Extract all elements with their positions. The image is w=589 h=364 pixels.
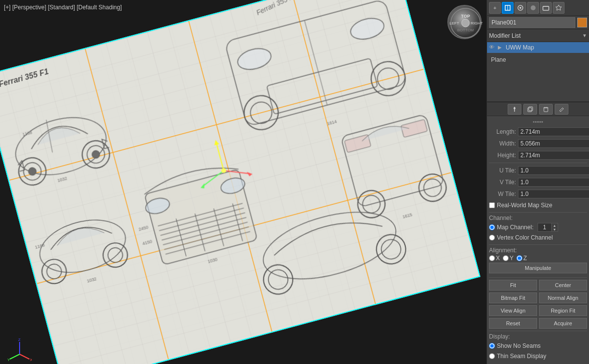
svg-point-88 bbox=[519, 7, 521, 9]
svg-line-79 bbox=[20, 354, 29, 359]
drag-handle: ▪▪▪▪▪▪ bbox=[489, 119, 587, 124]
height-spinner[interactable]: ▲ ▼ bbox=[518, 151, 589, 160]
svg-rect-94 bbox=[528, 108, 532, 112]
length-spinner[interactable]: ▲ ▼ bbox=[518, 127, 589, 136]
vtile-input[interactable] bbox=[518, 178, 589, 187]
svg-rect-96 bbox=[544, 108, 548, 112]
modifier-eye-icon[interactable]: 👁 bbox=[489, 44, 496, 51]
right-panel: + Modifier List ▼ 👁 ▶ UWW Map bbox=[487, 0, 589, 364]
realworld-checkbox[interactable] bbox=[489, 202, 495, 208]
vtile-spinner[interactable]: ▲ ▼ bbox=[518, 178, 589, 187]
height-label: Height: bbox=[489, 152, 516, 159]
viewport[interactable]: [+] [Perspective] [Standard] [Default Sh… bbox=[0, 0, 487, 364]
viewalign-btn[interactable]: View Align bbox=[489, 305, 537, 316]
divider-3 bbox=[489, 244, 587, 245]
mod-copy-btn[interactable] bbox=[523, 104, 537, 115]
reset-acquire-row: Reset Acquire bbox=[489, 318, 587, 329]
x-label[interactable]: X bbox=[496, 255, 500, 262]
alignment-section-label: Alignment: bbox=[489, 247, 587, 254]
modifier-history: Plane bbox=[487, 53, 589, 102]
svg-text:LEFT: LEFT bbox=[449, 21, 459, 25]
y-radio[interactable] bbox=[503, 255, 509, 261]
wtile-spinner[interactable]: ▲ ▼ bbox=[518, 190, 589, 198]
manipulate-btn[interactable]: Manipulate bbox=[489, 263, 587, 273]
svg-text:Z: Z bbox=[18, 338, 21, 342]
shownoseams-row: Show No Seams bbox=[489, 341, 587, 351]
fit-btn[interactable]: Fit bbox=[489, 280, 537, 291]
modifier-list-arrow[interactable]: ▼ bbox=[582, 33, 587, 38]
mod-pin-btn[interactable] bbox=[508, 104, 521, 115]
wtile-row: W Tile: ▲ ▼ Flip bbox=[489, 189, 587, 199]
vertexchannel-radio[interactable] bbox=[489, 235, 495, 241]
modifier-label-uwwmap: UWW Map bbox=[506, 44, 587, 51]
vertexchannel-label[interactable]: Vertex Color Channel bbox=[497, 234, 553, 241]
utile-input[interactable] bbox=[518, 166, 589, 175]
thinseam-row: Thin Seam Display bbox=[489, 351, 587, 361]
mapchannel-up-arrow[interactable]: ▲ bbox=[552, 223, 558, 227]
properties-panel: ▪▪▪▪▪▪ Length: ▲ ▼ Width: ▲ ▼ bbox=[487, 116, 589, 364]
utile-label: U Tile: bbox=[489, 167, 516, 174]
wtile-input[interactable] bbox=[518, 190, 589, 198]
acquire-btn[interactable]: Acquire bbox=[539, 318, 587, 329]
shownoseams-radio[interactable] bbox=[489, 343, 495, 349]
wtile-label: W Tile: bbox=[489, 191, 516, 197]
axes-gizmo: X Y Z bbox=[7, 337, 27, 357]
height-row: Height: ▲ ▼ bbox=[489, 150, 587, 161]
width-input[interactable] bbox=[518, 139, 589, 148]
height-input[interactable] bbox=[518, 151, 589, 160]
realworld-row: Real-World Map Size bbox=[489, 200, 587, 210]
width-spinner[interactable]: ▲ ▼ bbox=[518, 139, 589, 148]
thinseam-radio[interactable] bbox=[489, 353, 495, 359]
nav-gizmo[interactable]: TOP BOTTOM LEFT RIGHT bbox=[447, 5, 482, 39]
svg-point-89 bbox=[531, 5, 536, 10]
mod-delete-btn[interactable] bbox=[539, 104, 553, 115]
length-row: Length: ▲ ▼ bbox=[489, 126, 587, 137]
divider-2 bbox=[489, 212, 587, 213]
thinseam-label[interactable]: Thin Seam Display bbox=[497, 353, 546, 360]
z-radio[interactable] bbox=[516, 255, 522, 261]
utile-spinner[interactable]: ▲ ▼ bbox=[518, 166, 589, 175]
length-label: Length: bbox=[489, 128, 516, 135]
x-radio[interactable] bbox=[489, 255, 495, 261]
toolbar-display-btn[interactable] bbox=[540, 2, 552, 14]
display-section: Display: Show No Seams Thin Seam Display bbox=[489, 333, 587, 361]
viewalign-regionfit-row: View Align Region Fit bbox=[489, 305, 587, 316]
width-row: Width: ▲ ▼ bbox=[489, 138, 587, 149]
utile-row: U Tile: ▲ ▼ Flip bbox=[489, 165, 587, 176]
mapchannel-radio[interactable] bbox=[489, 224, 495, 230]
mapchannel-value-input[interactable] bbox=[538, 223, 551, 232]
mod-edit-btn[interactable] bbox=[555, 104, 568, 115]
z-label[interactable]: Z bbox=[523, 255, 527, 262]
color-swatch[interactable] bbox=[577, 18, 587, 27]
modifier-list-row[interactable]: Modifier List ▼ bbox=[487, 29, 589, 42]
fit-center-row: Fit Center bbox=[489, 280, 587, 291]
modifier-expand-icon[interactable]: ▶ bbox=[498, 45, 504, 50]
realworld-label[interactable]: Real-World Map Size bbox=[497, 202, 552, 209]
shownoseams-label[interactable]: Show No Seams bbox=[497, 342, 540, 349]
reset-btn[interactable]: Reset bbox=[489, 318, 537, 329]
y-label[interactable]: Y bbox=[510, 255, 514, 262]
mod-buttons-row bbox=[487, 102, 589, 116]
mapchannel-radio-label[interactable]: Map Channel: bbox=[497, 224, 534, 231]
toolbar-modifier-btn[interactable] bbox=[502, 2, 514, 14]
normalalign-btn[interactable]: Normal Align bbox=[539, 292, 587, 303]
mapchannel-down-arrow[interactable]: ▼ bbox=[552, 227, 558, 231]
toolbar-hierarchy-btn[interactable] bbox=[515, 2, 526, 14]
svg-text:RIGHT: RIGHT bbox=[471, 21, 483, 25]
modifier-item-uwwmap[interactable]: 👁 ▶ UWW Map bbox=[487, 42, 589, 53]
object-name-row bbox=[487, 16, 589, 29]
object-name-input[interactable] bbox=[489, 17, 575, 28]
bitmapfit-btn[interactable]: Bitmap Fit bbox=[489, 292, 537, 303]
toolbar-motion-btn[interactable] bbox=[527, 2, 539, 14]
blueprint-plane[interactable]: Ferrari 355 F1 Ferrari 355 F bbox=[0, 0, 480, 364]
toolbar-utilities-btn[interactable] bbox=[553, 2, 564, 14]
regionfit-btn[interactable]: Region Fit bbox=[539, 305, 587, 316]
y-axis-option: Y bbox=[503, 255, 514, 262]
svg-line-81 bbox=[10, 354, 20, 359]
length-input[interactable] bbox=[518, 127, 589, 136]
xyz-row: X Y Z bbox=[489, 255, 587, 262]
center-btn[interactable]: Center bbox=[539, 280, 587, 291]
alignment-section: Alignment: X Y Z Manipulate bbox=[489, 247, 587, 275]
vtile-row: V Tile: ▲ ▼ Flip bbox=[489, 177, 587, 188]
toolbar-plus-btn[interactable]: + bbox=[489, 2, 501, 14]
